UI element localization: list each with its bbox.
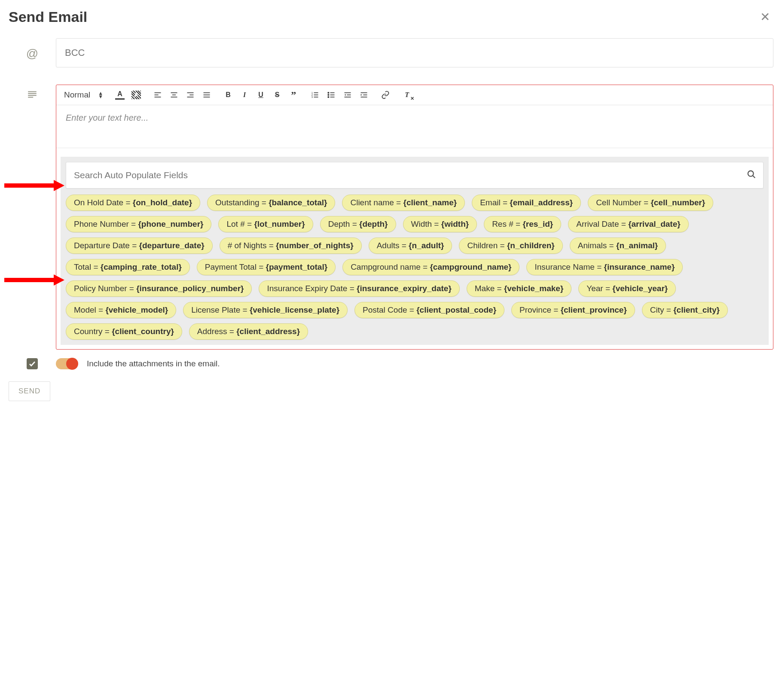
pill-label: Outstanding = [215,198,269,207]
pill-label: Year = [586,284,612,293]
align-center-icon[interactable] [169,90,179,100]
field-pill[interactable]: On Hold Date = {on_hold_date} [66,195,200,211]
field-pill[interactable]: Arrival Date = {arrival_date} [568,216,688,232]
align-justify-icon[interactable] [202,90,211,100]
field-pill[interactable]: Province = {client_province} [511,302,635,318]
field-pill[interactable]: Lot # = {lot_number} [218,216,313,232]
align-left-icon[interactable] [153,90,162,100]
pill-label: Phone Number = [74,219,138,228]
pill-var: {client_city} [673,305,720,314]
pill-label: Insurance Name = [535,262,604,271]
pill-label: Make = [475,284,504,293]
pill-label: Address = [197,327,236,336]
field-pill[interactable]: License Plate = {vehicle_license_plate} [183,302,348,318]
pill-var: {insurance_expiry_date} [357,284,452,293]
pill-var: {vehicle_model} [105,305,168,314]
italic-icon[interactable]: I [240,90,249,100]
svg-line-37 [753,176,755,178]
highlight-icon[interactable]: A [131,91,141,99]
field-pill[interactable]: Departure Date = {departure_date} [66,237,213,254]
field-pill[interactable]: Payment Total = {payment_total} [197,259,336,275]
pill-var: {number_of_nights} [276,241,354,250]
field-pill[interactable]: Children = {n_children} [459,237,562,254]
bcc-input[interactable] [56,38,773,67]
pill-var: {payment_total} [266,262,328,271]
pill-label: Width = [411,219,441,228]
field-pill[interactable]: Email = {email_address} [472,195,581,211]
unordered-list-icon[interactable] [327,90,336,100]
field-pill[interactable]: Client name = {client_name} [342,195,465,211]
pill-label: City = [650,305,673,314]
field-pill[interactable]: Adults = {n_adult} [369,237,452,254]
strikethrough-icon[interactable]: S [272,90,282,100]
field-pill[interactable]: Policy Number = {insurance_policy_number… [66,280,252,297]
page-title: Send Email [9,9,87,25]
pill-var: {depth} [359,219,388,228]
pill-var: {vehicle_license_plate} [250,305,339,314]
heading-select[interactable]: Normal ▲▼ [64,90,103,100]
field-pill[interactable]: Campground name = {campground_name} [342,259,519,275]
pill-label: Insurance Expiry Date = [267,284,357,293]
field-pill[interactable]: Cell Number = {cell_number} [588,195,713,211]
send-button[interactable]: SEND [9,381,50,401]
field-pill[interactable]: Country = {client_country} [66,323,182,340]
pill-label: Lot # = [226,219,254,228]
svg-text:3: 3 [312,96,313,98]
field-pill[interactable]: Make = {vehicle_make} [467,280,572,297]
text-block-icon [9,85,56,100]
pill-var: {vehicle_make} [504,284,563,293]
pill-var: {n_animal} [616,241,658,250]
pill-var: {width} [441,219,469,228]
pill-var: {vehicle_year} [612,284,668,293]
heading-label: Normal [64,90,90,100]
field-pill[interactable]: Width = {width} [403,216,477,232]
pill-label: Country = [74,327,112,336]
pill-var: {departure_date} [139,241,205,250]
field-pill[interactable]: # of Nights = {number_of_nights} [220,237,362,254]
pill-var: {insurance_policy_number} [136,284,244,293]
pill-label: Cell Number = [596,198,651,207]
attachments-checkbox[interactable] [27,358,38,369]
pill-label: Arrival Date = [576,219,628,228]
field-pill[interactable]: Res # = {res_id} [484,216,561,232]
pill-label: Adults = [377,241,409,250]
pill-label: Province = [519,305,561,314]
field-pill[interactable]: Insurance Expiry Date = {insurance_expir… [259,280,459,297]
link-icon[interactable] [381,90,390,100]
svg-point-25 [328,92,329,94]
close-icon[interactable]: ✕ [757,10,773,24]
field-pill[interactable]: City = {client_city} [642,302,728,318]
field-pill[interactable]: Postal Code = {client_postal_code} [354,302,504,318]
search-input[interactable] [66,162,763,188]
ordered-list-icon[interactable]: 123 [310,90,320,100]
clear-format-icon[interactable]: T✕ [402,90,412,100]
pill-var: {on_hold_date} [133,198,192,207]
field-pill[interactable]: Model = {vehicle_model} [66,302,176,318]
indent-icon[interactable] [359,90,369,100]
outdent-icon[interactable] [343,90,352,100]
underline-icon[interactable]: U [256,90,266,100]
field-pill[interactable]: Address = {client_address} [189,323,308,340]
pill-label: Policy Number = [74,284,136,293]
field-pill[interactable]: Insurance Name = {insurance_name} [526,259,683,275]
blockquote-icon[interactable]: ” [289,90,298,100]
editor-textarea[interactable]: Enter your text here... [56,105,773,148]
field-pill[interactable]: Depth = {depth} [320,216,396,232]
align-right-icon[interactable] [186,90,195,100]
at-icon: @ [9,38,56,61]
field-pill[interactable]: Year = {vehicle_year} [578,280,676,297]
pill-var: {res_id} [522,219,553,228]
pill-label: On Hold Date = [74,198,133,207]
font-color-icon[interactable]: A [115,90,125,100]
bold-icon[interactable]: B [223,90,233,100]
field-pill[interactable]: Total = {camping_rate_total} [66,259,190,275]
pill-label: Client name = [350,198,403,207]
pill-var: {camping_rate_total} [101,262,182,271]
search-icon[interactable] [747,170,756,181]
field-pill[interactable]: Outstanding = {balance_total} [207,195,335,211]
field-pill[interactable]: Animals = {n_animal} [570,237,666,254]
field-pill[interactable]: Phone Number = {phone_number} [66,216,211,232]
attachments-toggle[interactable] [56,358,77,369]
pill-var: {client_country} [112,327,174,336]
pill-var: {balance_total} [269,198,327,207]
